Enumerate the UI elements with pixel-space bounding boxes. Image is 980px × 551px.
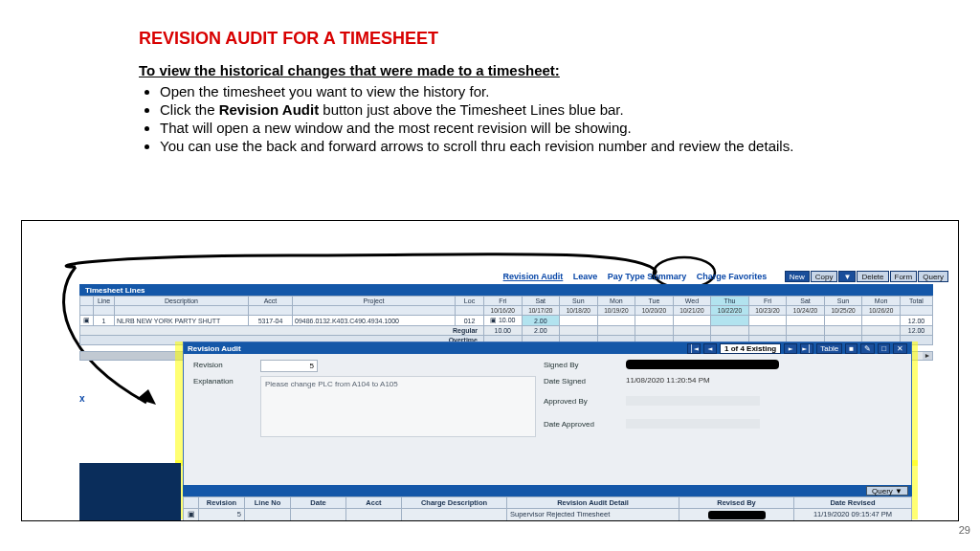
toolbar-icon[interactable]: □ (878, 343, 890, 354)
delete-button[interactable]: Delete (857, 271, 888, 282)
revision-label: Revision (193, 360, 253, 369)
signed-by-label: Signed By (544, 360, 618, 369)
timesheet-grid: Line Description Acct Project Loc FriSat… (79, 296, 933, 345)
explanation-label: Explanation (193, 376, 253, 386)
section-subhead: To view the historical changes that were… (139, 62, 971, 78)
bullet: Click the Revision Audit button just abo… (160, 100, 971, 119)
table-view-button[interactable]: Table (816, 343, 842, 354)
approved-by-label: Approved By (544, 396, 618, 406)
decor-stripe-gray (0, 0, 52, 235)
timesheet-lines-bar: Timesheet Lines (79, 284, 933, 296)
nav-prev-button[interactable]: ◄ (703, 343, 717, 354)
revision-detail-grid: Revision Line No Date Acct Charge Descri… (183, 496, 912, 521)
annotation-x-mark: x (79, 393, 85, 404)
new-button[interactable]: New (785, 271, 810, 282)
toolbar-icon[interactable]: ■ (845, 343, 858, 354)
bullet: That will open a new window and the most… (160, 119, 971, 137)
signed-by-redacted (626, 360, 779, 369)
decor-stripe-blue (0, 0, 85, 228)
date-signed-value: 11/08/2020 11:20:54 PM (626, 376, 902, 385)
bullet: Open the timesheet you want to view the … (160, 82, 971, 100)
revised-by-redacted (708, 511, 766, 519)
copy-dropdown[interactable]: ▼ (838, 271, 856, 282)
detail-toolbar: Query ▼ (183, 485, 912, 496)
page-title: REVISION AUDIT FOR A TIMESHEET (139, 29, 971, 49)
copy-button[interactable]: Copy (811, 271, 838, 282)
nav-first-button[interactable]: |◄ (687, 343, 701, 354)
nav-next-button[interactable]: ► (784, 343, 797, 354)
record-counter: 1 of 4 Existing (720, 343, 781, 354)
embedded-screenshot: Revision Audit Leave Pay Type Summary Ch… (21, 220, 959, 521)
date-signed-label: Date Signed (544, 376, 618, 386)
toolbar-links: Revision Audit Leave Pay Type Summary Ch… (79, 271, 952, 284)
query-button[interactable]: Query (918, 271, 948, 282)
date-approved-value (626, 419, 760, 429)
revision-field[interactable] (260, 360, 318, 372)
close-icon[interactable]: ✕ (893, 343, 907, 354)
scroll-right-arrow-icon[interactable]: ► (923, 352, 932, 360)
revision-audit-titlebar: Revision Audit |◄ ◄ 1 of 4 Existing ► ►|… (184, 342, 911, 354)
explanation-textarea[interactable]: Please change PLC from A104 to A105 (260, 376, 536, 437)
left-dark-panel (79, 463, 181, 520)
nav-last-button[interactable]: ►| (800, 343, 813, 354)
link-paytype-summary[interactable]: Pay Type Summary (604, 272, 690, 281)
form-button[interactable]: Form (890, 271, 918, 282)
link-charge-favorites[interactable]: Charge Favorites (693, 272, 771, 281)
instruction-list: Open the timesheet you want to view the … (139, 82, 971, 155)
toolbar-icon[interactable]: ✎ (860, 343, 875, 354)
date-approved-label: Date Approved (544, 419, 618, 429)
regular-row: Regular 10.002.00 12.00 (80, 326, 933, 336)
page-number: 29 (959, 524, 970, 536)
link-leave[interactable]: Leave (569, 272, 602, 281)
bullet: You can use the back and forward arrows … (160, 137, 971, 155)
table-row[interactable]: ▣ 5 Supervisor Rejected Timesheet 11/19/… (184, 509, 912, 521)
detail-query-button[interactable]: Query ▼ (866, 486, 908, 496)
approved-by-value (626, 396, 760, 406)
table-row[interactable]: ▣ 1 NLRB NEW YORK PARTY SHUTT 5317-04 09… (80, 316, 933, 326)
link-revision-audit[interactable]: Revision Audit (500, 272, 568, 281)
